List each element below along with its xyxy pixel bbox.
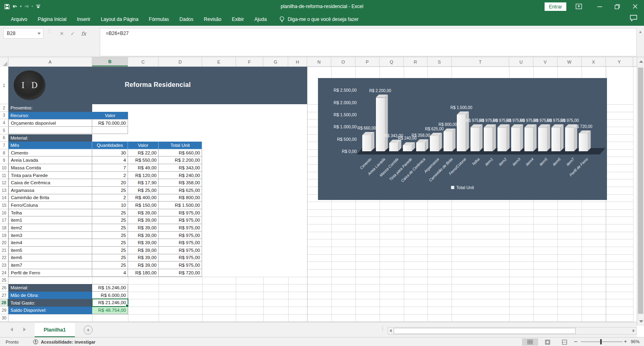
zoom-slider-track[interactable]: [581, 342, 623, 342]
column-header-P[interactable]: P: [355, 57, 380, 66]
ribbon-tab-fórmulas[interactable]: Fórmulas: [144, 13, 174, 26]
column-header-H[interactable]: H: [288, 57, 307, 66]
page-layout-view-button[interactable]: [539, 338, 555, 346]
zoom-slider-handle[interactable]: [600, 339, 602, 344]
cell-summary-totalgasto-label[interactable]: Total Gasto:: [8, 299, 92, 307]
chart-bar[interactable]: [362, 135, 371, 151]
cell-C23[interactable]: R$ 39,00: [128, 262, 159, 269]
table-header-quantidades[interactable]: Quantidades: [92, 142, 128, 149]
cell-B19[interactable]: 25: [92, 232, 128, 239]
row-header-18[interactable]: 18: [0, 224, 8, 232]
chart-bar[interactable]: [457, 115, 466, 151]
tell-me-box[interactable]: Diga-me o que você deseja fazer: [279, 16, 359, 23]
cell-C16[interactable]: R$ 39,00: [128, 209, 159, 217]
column-header-A[interactable]: A: [8, 57, 92, 66]
cell-B14[interactable]: 2: [92, 194, 128, 202]
row-header-30[interactable]: 30: [0, 314, 8, 322]
cell-A17[interactable]: item1: [8, 216, 92, 224]
cell-B21[interactable]: 25: [92, 247, 128, 254]
chart-bar[interactable]: [403, 145, 412, 151]
chart-bar[interactable]: [444, 132, 452, 151]
chart-bar[interactable]: [538, 128, 547, 151]
zoom-percentage[interactable]: 96%: [631, 339, 640, 344]
row-header-15[interactable]: 15: [0, 202, 8, 209]
cell-A20[interactable]: item4: [8, 239, 92, 247]
cell-B10[interactable]: 7: [92, 164, 128, 172]
cell-D9[interactable]: R$ 2.200,00: [159, 157, 202, 164]
row-header-4[interactable]: 4: [0, 119, 8, 127]
cell-B11[interactable]: 2: [92, 172, 128, 179]
cell-C17[interactable]: R$ 39,00: [128, 216, 159, 224]
row-header-5[interactable]: 5: [0, 127, 8, 134]
horizontal-scrollbar[interactable]: [388, 327, 637, 335]
cell-D12[interactable]: R$ 358,00: [159, 179, 202, 187]
cell-C12[interactable]: R$ 17,90: [128, 179, 159, 187]
sheet-title-banner[interactable]: I D Reforma Residencial: [8, 67, 307, 104]
ribbon-display-options-icon[interactable]: [571, 0, 587, 13]
table-header-mes[interactable]: Mês: [8, 142, 92, 149]
cell-summary-saldo-label[interactable]: Saldo Disponível:: [8, 307, 92, 314]
tab-scrollbar-divider[interactable]: ⋮⋮: [381, 326, 385, 331]
scroll-down-icon[interactable]: [639, 320, 643, 323]
cell-valor-header[interactable]: Valor: [92, 112, 128, 119]
row-header-13[interactable]: 13: [0, 187, 8, 194]
sheet-tab-planilha1[interactable]: Planilha1: [35, 323, 75, 337]
cell-C13[interactable]: R$ 25,00: [128, 187, 159, 194]
chart-bar[interactable]: [484, 128, 493, 151]
cell-D15[interactable]: R$ 1.500,00: [159, 202, 202, 209]
column-header-V[interactable]: V: [533, 57, 557, 66]
feedback-icon[interactable]: [630, 14, 638, 22]
cell-C21[interactable]: R$ 39,00: [128, 247, 159, 254]
chart-bar[interactable]: [524, 128, 533, 151]
row-header-6[interactable]: 6: [0, 134, 8, 142]
cell-C24[interactable]: R$ 180,00: [128, 269, 159, 277]
name-box-dropdown-icon[interactable]: [37, 33, 41, 35]
row-header-9[interactable]: 9: [0, 157, 8, 164]
save-icon[interactable]: [4, 4, 10, 10]
row-header-2[interactable]: 2: [0, 104, 8, 112]
cell-D14[interactable]: R$ 800,00: [159, 194, 202, 202]
redo-dropdown-icon[interactable]: ▾: [32, 5, 33, 8]
column-header-N[interactable]: N: [307, 57, 331, 66]
cell-A8[interactable]: Cimento: [8, 149, 92, 157]
cell-C20[interactable]: R$ 39,00: [128, 239, 159, 247]
cell-B18[interactable]: 25: [92, 224, 128, 232]
cell-B15[interactable]: 10: [92, 202, 128, 209]
row-header-20[interactable]: 20: [0, 239, 8, 247]
name-box[interactable]: B28: [3, 28, 43, 39]
cell-D10[interactable]: R$ 343,00: [159, 164, 202, 172]
ribbon-tab-página-inicial[interactable]: Página Inicial: [33, 13, 72, 26]
column-header-W[interactable]: W: [557, 57, 582, 66]
cell-A22[interactable]: item6: [8, 254, 92, 262]
cell-A24[interactable]: Perfil de Ferro: [8, 269, 92, 277]
cell-summary-maodeobra-value[interactable]: R$ 6.000,00: [92, 292, 128, 299]
column-header-T[interactable]: T: [452, 57, 509, 66]
chart-bar[interactable]: [416, 142, 425, 151]
column-header-B[interactable]: B: [92, 57, 128, 66]
column-header-Q[interactable]: Q: [380, 57, 404, 66]
cell-C14[interactable]: R$ 400,00: [128, 194, 159, 202]
cell-D24[interactable]: R$ 720,00: [159, 269, 202, 277]
cell-B16[interactable]: 25: [92, 209, 128, 217]
zoom-out-button[interactable]: −: [574, 338, 578, 345]
cell-D22[interactable]: R$ 975,00: [159, 254, 202, 262]
cell-b5-empty[interactable]: [92, 127, 128, 134]
chart-bar[interactable]: [376, 98, 385, 151]
row-header-10[interactable]: 10: [0, 164, 8, 172]
ribbon-tab-revisão[interactable]: Revisão: [199, 13, 227, 26]
row-header-16[interactable]: 16: [0, 209, 8, 217]
customize-quick-access-icon[interactable]: [36, 5, 40, 8]
column-header-C[interactable]: C: [128, 57, 159, 66]
fill-handle[interactable]: [126, 304, 129, 307]
cell-A19[interactable]: item3: [8, 232, 92, 239]
cell-D21[interactable]: R$ 975,00: [159, 247, 202, 254]
chart-legend[interactable]: Total Unit: [451, 185, 474, 190]
chart-bar[interactable]: [389, 143, 398, 151]
cell-C8[interactable]: R$ 22,00: [128, 149, 159, 157]
column-header-E[interactable]: E: [202, 57, 236, 66]
cell-proventos-label[interactable]: Proventos:: [8, 104, 92, 112]
row-header-28[interactable]: 28: [0, 299, 8, 307]
cell-C10[interactable]: R$ 49,00: [128, 164, 159, 172]
ribbon-tab-ajuda[interactable]: Ajuda: [249, 13, 272, 26]
normal-view-button[interactable]: [522, 338, 538, 346]
